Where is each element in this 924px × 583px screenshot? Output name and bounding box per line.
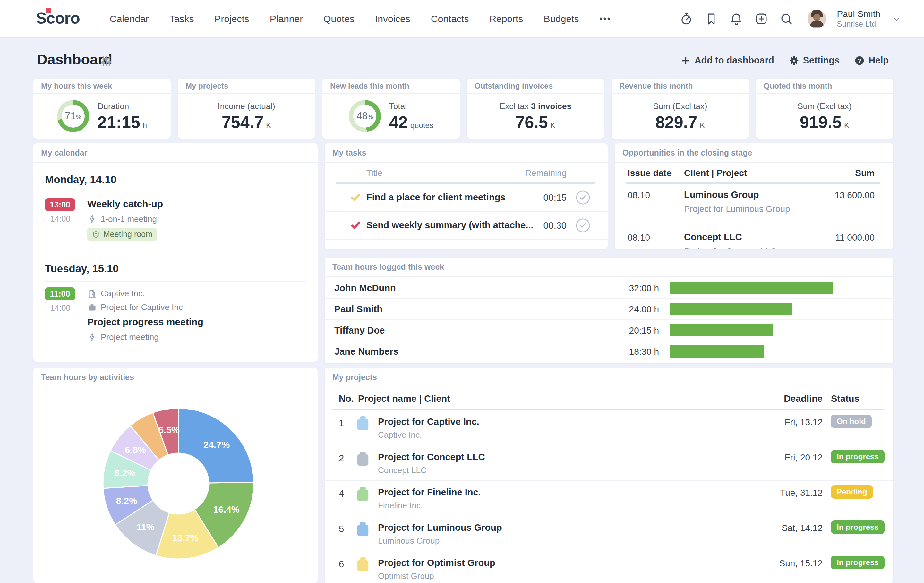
nav-item-contacts[interactable]: Contacts <box>431 13 469 25</box>
kpi-title: Outstanding invoices <box>467 79 604 94</box>
gear-icon <box>789 56 799 66</box>
project-row[interactable]: 1 Project for Captive Inc. Captive Inc. … <box>325 410 893 445</box>
cube-icon <box>92 230 100 239</box>
donut-slice-label: 16.4% <box>213 504 239 515</box>
project-row[interactable]: 2 Project for Concept LLC Concept LLC Fr… <box>325 445 893 481</box>
opportunity-row[interactable]: 08.10 Luminous Group Project for Luminou… <box>615 184 893 226</box>
column-issue-date: Issue date <box>627 168 672 178</box>
team-hours-row[interactable]: Jane Numbers 18:30 h <box>325 341 893 362</box>
kpi-value: 829.7K <box>653 114 707 130</box>
kpi-label: Total <box>389 101 434 111</box>
tasks-column-headers: Title Remaining <box>325 163 608 182</box>
event-end-time: 14:00 <box>45 214 76 224</box>
user-avatar[interactable] <box>807 10 826 28</box>
projects-column-headers: No. Project name | Client Deadline Statu… <box>325 387 893 408</box>
user-info[interactable]: Paul Smith Sunrise Ltd <box>837 9 880 28</box>
svg-text:?: ? <box>858 57 861 64</box>
task-row[interactable]: Find a place for client meetings 00:15 <box>325 184 608 212</box>
user-company: Sunrise Ltd <box>837 20 880 29</box>
hours-bar <box>670 303 792 315</box>
add-to-dashboard-button[interactable]: Add to dashboard <box>680 55 774 66</box>
opportunities-column-headers: Issue date Client | Project Sum <box>615 163 893 182</box>
donut-slice-label: 8.2% <box>114 468 135 478</box>
dashboard-filter-sliders-icon[interactable] <box>100 55 112 68</box>
divider <box>45 281 306 282</box>
kpi-label: Sum (Excl tax) <box>797 101 851 111</box>
donut-slice-label: 24.7% <box>203 440 230 450</box>
nav-item-planner[interactable]: Planner <box>270 13 303 25</box>
complete-task-button[interactable] <box>576 190 590 205</box>
team-hours-row[interactable]: Tiffany Doe 20:15 h <box>325 320 893 341</box>
panel-title: Team hours logged this week <box>325 257 893 277</box>
briefcase-icon <box>87 303 97 312</box>
timer-icon[interactable] <box>679 12 693 26</box>
calendar-event[interactable]: 13:00 14:00 Weekly catch-up 1-on-1 meeti… <box>45 198 306 240</box>
nav-more-menu[interactable]: ••• <box>600 14 611 24</box>
project-name: Project for Concept LLC <box>684 247 776 249</box>
kpi-label: Sum (Excl tax) <box>653 101 707 111</box>
scoro-logo[interactable]: Scoro <box>36 9 80 28</box>
hours-bar <box>670 282 833 294</box>
project-row[interactable]: 4 Project for Fineline Inc. Fineline Inc… <box>325 481 893 516</box>
nav-item-tasks[interactable]: Tasks <box>169 13 194 25</box>
member-name: Tiffany Doe <box>334 325 384 336</box>
event-start-time-badge: 13:00 <box>45 198 75 211</box>
my-projects-panel: My projects No. Project name | Client De… <box>325 368 893 583</box>
quick-add-plus-icon[interactable] <box>754 12 768 26</box>
notifications-bell-icon[interactable] <box>729 12 743 26</box>
project-row[interactable]: 5 Project for Luminous Group Luminous Gr… <box>325 516 893 551</box>
status-badge: Pending <box>831 485 873 499</box>
kpi-card-my-hours: My hours this week 71% Duration 21:15h <box>33 79 171 138</box>
member-name: Paul Smith <box>334 304 383 315</box>
nav-item-reports[interactable]: Reports <box>489 13 523 25</box>
column-sum: Sum <box>855 168 874 178</box>
nav-item-calendar[interactable]: Calendar <box>110 13 149 25</box>
opportunity-sum: 13 600.00 <box>835 190 874 201</box>
header-actions: Add to dashboard Settings ? Help <box>680 55 889 66</box>
project-number: 4 <box>339 488 344 499</box>
activities-panel: Team hours by activities 24.7%16.4%13.7%… <box>33 368 318 583</box>
settings-button[interactable]: Settings <box>789 55 840 66</box>
kpi-value: 42quotes <box>389 114 434 130</box>
nav-right-tools: Paul Smith Sunrise Ltd <box>679 0 901 38</box>
help-button[interactable]: ? Help <box>855 55 889 66</box>
calendar-event[interactable]: 11:00 14:00 Captive Inc. Project for Cap… <box>45 287 306 342</box>
project-name: Project for Optimist Group <box>378 558 495 568</box>
bookmark-icon[interactable] <box>704 12 718 26</box>
hours-logged: 18:30 h <box>607 347 659 357</box>
hours-bar <box>670 324 773 336</box>
calendar-day-heading: Monday, 14.10 <box>45 173 306 186</box>
nav-item-projects[interactable]: Projects <box>214 13 249 25</box>
lightning-icon <box>87 214 97 224</box>
chevron-down-icon[interactable] <box>892 14 901 24</box>
search-icon[interactable] <box>779 12 794 26</box>
logo-flag-icon <box>46 8 51 13</box>
panel-title: My calendar <box>33 143 318 163</box>
opportunity-row[interactable]: 08.10 Concept LLC Project for Concept LL… <box>615 226 893 249</box>
project-briefcase-icon <box>355 557 370 572</box>
nav-item-budgets[interactable]: Budgets <box>543 13 579 25</box>
complete-task-button[interactable] <box>576 218 590 233</box>
kpi-value: 21:15h <box>97 114 147 130</box>
task-remaining: 00:30 <box>543 220 567 231</box>
panel-title: Team hours by activities <box>33 368 318 387</box>
task-remaining: 00:15 <box>543 193 567 203</box>
hours-bar <box>670 345 764 357</box>
kpi-card-quoted: Quoted this month Sum (Excl tax) 919.5K <box>756 79 893 138</box>
kpi-label: Income (actual) <box>218 101 275 111</box>
kpi-label: Duration <box>97 101 147 111</box>
nav-item-invoices[interactable]: Invoices <box>375 13 410 25</box>
kpi-title: My hours this week <box>33 79 171 94</box>
issue-date: 08.10 <box>627 190 650 201</box>
event-type: Project meeting <box>87 332 203 342</box>
kpi-card-new-leads: New leads this month 48% Total 42quotes <box>322 79 460 138</box>
project-row[interactable]: 6 Project for Optimist Group Optimist Gr… <box>325 551 893 583</box>
project-number: 5 <box>339 524 344 534</box>
team-hours-panel: Team hours logged this week John McDunn … <box>325 257 893 363</box>
nav-item-quotes[interactable]: Quotes <box>323 13 355 25</box>
team-hours-row[interactable]: Paul Smith 24:00 h <box>325 298 893 320</box>
plus-icon <box>680 56 691 66</box>
team-hours-row[interactable]: John McDunn 32:00 h <box>325 277 893 298</box>
task-row[interactable]: Send weekly summary (with attache... 00:… <box>325 212 608 240</box>
event-start-time-badge: 11:00 <box>45 287 75 300</box>
